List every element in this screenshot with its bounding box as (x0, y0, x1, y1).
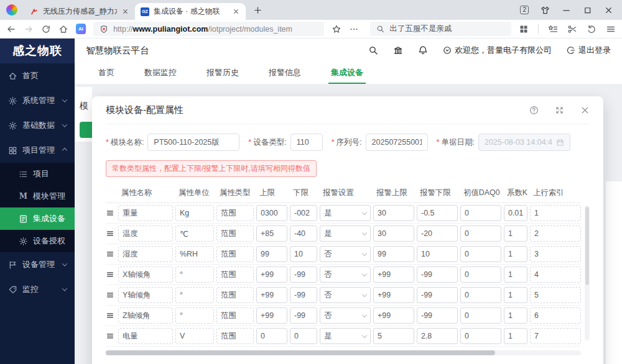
alarm-upper-input[interactable]: 99 (373, 246, 414, 262)
alarm-setting-select[interactable]: 是 (320, 225, 371, 242)
upper-limit-input[interactable]: +99 (256, 287, 287, 303)
history-undo-icon[interactable] (587, 24, 596, 34)
sidebar-item-1[interactable]: 首页 (0, 63, 75, 88)
scrollbar-thumb[interactable] (585, 207, 589, 285)
ai-assistant-icon[interactable]: AI (76, 24, 86, 34)
prop-type-input[interactable]: 范围 (216, 307, 254, 324)
prop-unit-input[interactable]: ° (175, 266, 214, 283)
coefficient-k-input[interactable]: 0.01 (504, 205, 527, 221)
prop-name-input[interactable]: X轴倾角 (118, 266, 173, 283)
sidebar-item-9[interactable]: 设备管理 (0, 252, 75, 277)
close-window-icon[interactable] (604, 6, 613, 15)
alarm-lower-input[interactable]: -99 (417, 307, 458, 324)
apps-grid-icon[interactable] (519, 24, 529, 34)
browser-logo-icon[interactable] (6, 4, 17, 16)
reload-icon[interactable] (41, 24, 51, 34)
init-daq0-input[interactable]: 0 (460, 328, 501, 344)
alarm-upper-input[interactable]: +99 (373, 287, 414, 303)
init-daq0-input[interactable]: 0 (460, 266, 501, 283)
prop-type-input[interactable]: 范围 (216, 225, 254, 242)
alarm-setting-select[interactable]: 否 (320, 266, 371, 283)
bookmark-star-icon[interactable] (332, 24, 341, 34)
alarm-setting-select[interactable]: 否 (320, 287, 371, 303)
drag-handle-icon[interactable] (106, 209, 114, 217)
field-input-1[interactable]: PT500-110-2025版 (147, 134, 239, 151)
drag-handle-icon[interactable] (106, 291, 114, 299)
prop-name-input[interactable]: Z轴倾角 (118, 307, 173, 324)
alarm-lower-input[interactable]: 2.8 (417, 328, 458, 344)
browser-search-box[interactable]: 出了五服不是亲戚 (370, 22, 511, 36)
alarm-upper-input[interactable]: 5 (373, 328, 414, 344)
nav-tab-2[interactable]: 数据监控 (142, 62, 179, 84)
notification-bell-icon[interactable] (418, 45, 428, 55)
table-vertical-scrollbar[interactable] (585, 206, 590, 340)
coefficient-k-input[interactable]: 1 (504, 328, 527, 344)
field-input-2[interactable]: 110 (290, 134, 323, 151)
sidebar-item-6[interactable]: M模块管理 (0, 185, 75, 207)
nav-tab-3[interactable]: 报警历史 (204, 62, 241, 84)
logout-button[interactable]: 退出登录 (567, 45, 611, 56)
theme-shirt-icon[interactable] (541, 6, 550, 15)
init-daq0-input[interactable]: 0 (460, 246, 501, 262)
fullscreen-expand-icon[interactable] (555, 106, 564, 115)
upper-limit-input[interactable]: 0 (256, 328, 287, 344)
init-daq0-input[interactable]: 0 (460, 307, 501, 324)
prop-unit-input[interactable]: ° (175, 307, 214, 324)
alarm-setting-select[interactable]: 否 (320, 246, 371, 262)
alarm-lower-input[interactable]: 10 (417, 246, 458, 262)
prop-type-input[interactable]: 范围 (216, 266, 254, 283)
lower-limit-input[interactable]: -40 (290, 225, 317, 242)
prop-unit-input[interactable]: %RH (175, 246, 214, 262)
uplink-index-input[interactable]: 2 (530, 225, 581, 242)
prop-type-input[interactable]: 范围 (216, 287, 254, 303)
coefficient-k-input[interactable]: 1 (504, 246, 527, 262)
uplink-index-input[interactable]: 5 (530, 287, 581, 303)
coefficient-k-input[interactable]: 1 (504, 287, 527, 303)
nav-tab-1[interactable]: 首页 (96, 62, 117, 84)
alarm-upper-input[interactable]: +99 (373, 307, 414, 324)
prop-type-input[interactable]: 范围 (216, 328, 254, 344)
uplink-index-input[interactable]: 7 (530, 328, 581, 344)
init-daq0-input[interactable]: 0 (460, 205, 501, 221)
prop-name-input[interactable]: 温度 (118, 225, 173, 242)
coefficient-k-input[interactable]: 1 (504, 225, 527, 242)
lower-limit-input[interactable]: 10 (290, 246, 317, 262)
close-tab-icon[interactable] (121, 7, 129, 16)
drag-handle-icon[interactable] (106, 311, 114, 320)
new-tab-button[interactable] (253, 6, 262, 15)
upper-limit-input[interactable]: +85 (256, 225, 287, 242)
alarm-upper-input[interactable]: +99 (373, 266, 414, 283)
welcome-user[interactable]: 欢迎您，普量电子有限公司 (443, 45, 552, 56)
uplink-index-input[interactable]: 4 (530, 266, 581, 283)
lower-limit-input[interactable]: 0 (290, 328, 317, 344)
browser-tab-inactive[interactable]: 无线压力传感器_静力水准仪_ (24, 3, 135, 20)
sidebar-item-7[interactable]: 集成设备 (0, 207, 75, 230)
field-input-3[interactable]: 202507255001 (366, 134, 428, 151)
forward-icon[interactable] (24, 24, 34, 34)
table-horizontal-scrollbar[interactable] (106, 350, 581, 355)
init-daq0-input[interactable]: 0 (460, 287, 501, 303)
back-icon[interactable] (6, 24, 16, 34)
drag-handle-icon[interactable] (106, 270, 114, 279)
sidebar-item-5[interactable]: 项目 (0, 163, 75, 185)
home-icon[interactable] (58, 24, 68, 34)
alarm-lower-input[interactable]: -99 (417, 287, 458, 303)
screenshot-scissors-icon[interactable] (567, 24, 577, 34)
tab-count-badge[interactable]: 2 (520, 6, 529, 14)
upper-limit-input[interactable]: +99 (256, 307, 287, 324)
prop-name-input[interactable]: 重量 (118, 205, 173, 221)
coefficient-k-input[interactable]: 1 (504, 307, 527, 324)
drag-handle-icon[interactable] (106, 229, 114, 238)
organization-bank-icon[interactable] (393, 45, 403, 55)
prop-name-input[interactable]: 电量 (118, 328, 173, 344)
url-bar[interactable]: http://www.puliangiot.com/iotproject/mod… (93, 22, 324, 36)
search-icon[interactable] (368, 45, 378, 55)
prop-unit-input[interactable]: V (175, 328, 214, 344)
lower-limit-input[interactable]: -99 (290, 287, 317, 303)
close-tab-icon[interactable] (232, 7, 240, 16)
maximize-icon[interactable] (583, 6, 592, 15)
prop-unit-input[interactable]: Kg (175, 205, 214, 221)
coefficient-k-input[interactable]: 1 (504, 266, 527, 283)
shield-blocked-icon[interactable] (100, 25, 108, 34)
help-icon[interactable] (529, 106, 539, 115)
